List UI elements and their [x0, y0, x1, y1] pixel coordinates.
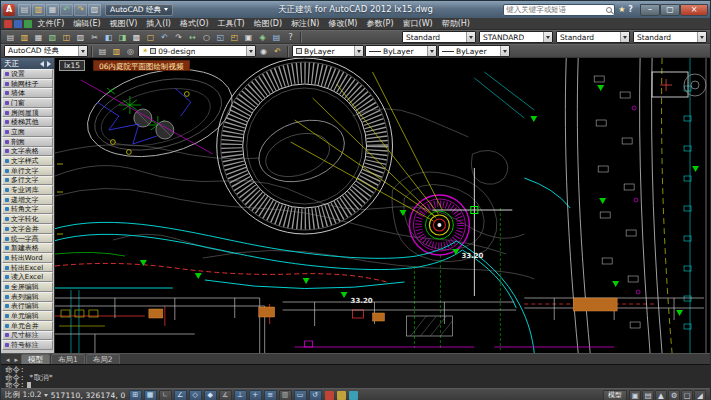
menu-item[interactable]: 插入(I) — [142, 18, 176, 29]
model-space-button[interactable]: 模型 — [603, 390, 627, 400]
publish-icon[interactable]: ▨ — [74, 31, 87, 43]
selection-cycling-toggle[interactable]: ↺ — [309, 390, 322, 400]
sidebar-item[interactable]: 专业词库 — [2, 185, 53, 195]
layer-select[interactable]: ☀ 09-design — [138, 45, 256, 57]
tarch-app-icon[interactable] — [4, 20, 12, 28]
menu-item[interactable]: 格式(O) — [175, 18, 213, 29]
menu-item[interactable]: 标注(N) — [287, 18, 324, 29]
sidebar-item[interactable]: 轴网柱子 — [2, 79, 53, 89]
sidebar-item[interactable]: 文字合并 — [2, 224, 53, 234]
text-style-select[interactable]: Standard — [402, 31, 476, 43]
help-icon[interactable]: ? — [628, 5, 633, 14]
table-style-select[interactable]: Standard — [556, 31, 630, 43]
document-tab[interactable]: lx15 — [59, 60, 85, 71]
toolbar-lock-icon[interactable]: ▢ — [681, 390, 693, 400]
screen-menu-header[interactable]: 天正 — [1, 58, 54, 69]
mleader-style-select[interactable]: Standard — [633, 31, 707, 43]
plot-icon[interactable]: ▧ — [46, 31, 59, 43]
transparency-toggle[interactable]: ▥ — [279, 390, 292, 400]
sidebar-item[interactable]: 读入Excel — [2, 272, 53, 282]
zoom-realtime-icon[interactable]: ○ — [200, 31, 213, 43]
close-button[interactable]: × — [680, 4, 708, 16]
lineweight-toggle[interactable]: ≡ — [264, 390, 277, 400]
make-object-layer-current-icon[interactable]: ◉ — [257, 45, 270, 57]
sidebar-item[interactable]: 文字样式 — [2, 156, 53, 166]
cut-icon[interactable]: ✂ — [88, 31, 101, 43]
sidebar-item[interactable]: 楼梯其他 — [2, 117, 53, 127]
sidebar-item[interactable]: 递增文字 — [2, 195, 53, 205]
save-icon[interactable]: ▦ — [46, 4, 59, 16]
redo-icon[interactable]: ↷ — [172, 31, 185, 43]
sidebar-item[interactable]: 尺寸标注 — [2, 331, 53, 341]
sidebar-item[interactable]: 房间屋顶 — [2, 108, 53, 118]
sidebar-item[interactable]: 转出Excel — [2, 263, 53, 273]
menu-item[interactable]: 绘图(D) — [249, 18, 286, 29]
undo-icon[interactable]: ↶ — [158, 31, 171, 43]
quickview-drawings-icon[interactable]: ▤ — [642, 390, 654, 400]
menu-item[interactable]: 窗口(W) — [398, 18, 437, 29]
tab-layout1[interactable]: 布局1 — [51, 354, 85, 364]
sidebar-item[interactable]: 表列编辑 — [2, 292, 53, 302]
lineweight-select[interactable]: ByLayer — [438, 45, 510, 57]
paste-icon[interactable]: ◨ — [116, 31, 129, 43]
plot-icon[interactable]: ▨ — [88, 4, 101, 16]
properties-icon[interactable]: ▣ — [242, 31, 255, 43]
linetype-select[interactable]: ByLayer — [365, 45, 437, 57]
drawing-canvas[interactable]: lx15 06内庭院平面图绘制视频 — [55, 58, 710, 353]
layer-properties-icon[interactable]: ▤ — [96, 45, 109, 57]
quickprops-toggle[interactable]: ▭ — [294, 390, 307, 400]
sidebar-item[interactable]: 统一字高 — [2, 234, 53, 244]
command-window[interactable]: 命令:命令: *取消* 命令: — [1, 364, 710, 388]
sidebar-item[interactable]: 单元合并 — [2, 321, 53, 331]
block-editor-icon[interactable]: ▢ — [144, 31, 157, 43]
tool-palettes-icon[interactable]: ▤ — [270, 31, 283, 43]
otrack-toggle[interactable]: ∡ — [219, 390, 232, 400]
sidebar-item[interactable]: 墙体 — [2, 88, 53, 98]
sidebar-item[interactable]: 文字转化 — [2, 214, 53, 224]
layer-states-icon[interactable]: ▥ — [110, 45, 123, 57]
design-center-icon[interactable]: ◈ — [256, 31, 269, 43]
menu-forward-icon[interactable] — [47, 61, 51, 67]
tarch-help-icon[interactable] — [24, 20, 32, 28]
tarch-status-icon-cyan[interactable] — [349, 391, 358, 400]
tarch-status-icon-yellow[interactable] — [337, 391, 346, 400]
layer-isolate-icon[interactable]: ◎ — [124, 45, 137, 57]
match-properties-icon[interactable]: ▩ — [130, 31, 143, 43]
search-input[interactable] — [506, 5, 604, 15]
menu-item[interactable]: 视图(V) — [105, 18, 142, 29]
sidebar-item[interactable]: 门窗 — [2, 98, 53, 108]
sidebar-item[interactable]: 全屏编辑 — [2, 282, 53, 292]
favorites-icon[interactable]: ★ — [618, 5, 625, 14]
snap-toggle[interactable]: ⊞ — [129, 390, 142, 400]
quickview-layouts-icon[interactable]: ▣ — [629, 390, 641, 400]
menu-item[interactable]: 编辑(E) — [69, 18, 105, 29]
osnap-toggle[interactable]: ◇ — [189, 390, 202, 400]
annotation-scale-icon[interactable]: ▲ — [655, 390, 667, 400]
help-icon[interactable]: ? — [284, 31, 297, 43]
tab-next-icon[interactable]: ▸ — [13, 356, 21, 364]
maximize-button[interactable]: ▢ — [660, 4, 680, 16]
qnew-icon[interactable]: ▤ — [4, 31, 17, 43]
menu-item[interactable]: 帮助(H) — [437, 18, 474, 29]
tab-prev-icon[interactable]: ◂ — [4, 356, 12, 364]
search-icon[interactable] — [606, 7, 612, 13]
sidebar-item[interactable]: 符号标注 — [2, 340, 53, 350]
site-plan-drawing[interactable]: 33.20 33.20 — [55, 58, 710, 353]
dim-style-select[interactable]: STANDARD — [479, 31, 553, 43]
polar-toggle[interactable]: ∠ — [174, 390, 187, 400]
zoom-previous-icon[interactable]: ◰ — [228, 31, 241, 43]
sidebar-item[interactable]: 转出Word — [2, 253, 53, 263]
osnap3d-toggle[interactable]: ◆ — [204, 390, 217, 400]
open-icon[interactable]: ▥ — [32, 4, 45, 16]
tab-model[interactable]: 模型 — [21, 354, 50, 364]
color-select[interactable]: ByLayer — [292, 45, 364, 57]
pan-icon[interactable]: ↔ — [186, 31, 199, 43]
sidebar-item[interactable]: 剖面 — [2, 137, 53, 147]
undo-icon[interactable]: ↶ — [60, 4, 73, 16]
tarch-tool-icon[interactable] — [14, 20, 22, 28]
coordinates-readout[interactable]: 517110, 326174, 0 — [51, 391, 126, 400]
sidebar-item[interactable]: 单行文字 — [2, 166, 53, 176]
ortho-toggle[interactable]: ∟ — [159, 390, 172, 400]
sidebar-item[interactable]: 转角文字 — [2, 205, 53, 215]
copy-icon[interactable]: ◧ — [102, 31, 115, 43]
